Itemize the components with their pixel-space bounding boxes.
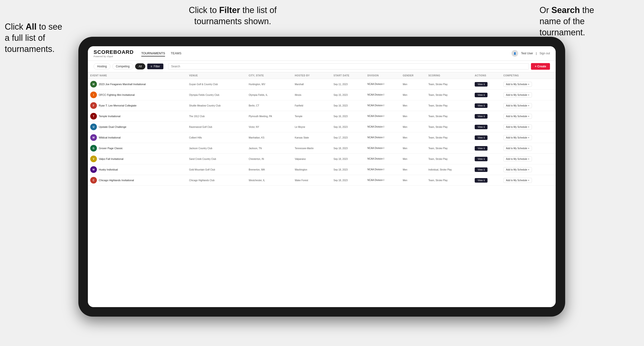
add-to-schedule-button[interactable]: Add to My Schedule + xyxy=(504,82,532,87)
actions-cell: View ℹ xyxy=(472,132,501,143)
actions-cell: View ℹ xyxy=(472,111,501,122)
view-button[interactable]: View ℹ xyxy=(475,103,488,108)
event-name-text: Chicago Highlands Invitational xyxy=(99,178,134,182)
division-cell: NCAA Division I xyxy=(365,122,400,132)
scoring-cell: Team, Stroke Play xyxy=(426,143,472,154)
view-button[interactable]: View ℹ xyxy=(475,82,488,87)
search-input[interactable] xyxy=(168,63,529,69)
team-logo: I xyxy=(90,92,97,98)
actions-cell: View ℹ xyxy=(472,164,501,175)
city-state-cell: Jackson, TN xyxy=(246,143,292,154)
add-to-schedule-button[interactable]: Add to My Schedule + xyxy=(504,135,532,140)
scoring-cell: Team, Stroke Play xyxy=(426,90,472,100)
app-header: SCOREBOARD Powered by clippd TOURNAMENTS… xyxy=(88,46,556,61)
gender-cell: Men xyxy=(400,79,426,90)
info-icon: ℹ xyxy=(484,158,485,160)
team-logo: W xyxy=(90,166,97,173)
event-name-cell: T Temple Invitational xyxy=(88,111,187,122)
tournaments-table-area: EVENT NAME VENUE CITY, STATE HOSTED BY S… xyxy=(88,72,556,307)
nav-tab-teams[interactable]: TEAMS xyxy=(171,50,182,56)
hosting-filter-btn[interactable]: Hosting xyxy=(94,63,110,69)
view-button[interactable]: View ℹ xyxy=(475,157,488,161)
add-to-schedule-button[interactable]: Add to My Schedule + xyxy=(504,114,532,119)
scoring-cell: Team, Stroke Play xyxy=(426,100,472,111)
create-button[interactable]: + Create xyxy=(531,63,550,70)
table-header-row: EVENT NAME VENUE CITY, STATE HOSTED BY S… xyxy=(88,72,556,79)
hosted-by-cell: Kansas State xyxy=(292,132,331,143)
division-cell: NCAA Division I xyxy=(365,154,400,164)
view-button[interactable]: View ℹ xyxy=(475,178,488,182)
gender-cell: Men xyxy=(400,143,426,154)
event-name-text: OFCC Fighting Illini Invitational xyxy=(99,93,135,97)
competing-cell: Add to My Schedule + xyxy=(501,100,556,111)
event-name-cell: I OFCC Fighting Illini Invitational xyxy=(88,90,187,100)
competing-cell: Add to My Schedule + xyxy=(501,154,556,164)
add-to-schedule-button[interactable]: Add to My Schedule + xyxy=(504,178,532,183)
filter-icon: ≡ xyxy=(150,65,152,68)
venue-cell: Chicago Highlands Club xyxy=(187,175,246,186)
view-button[interactable]: View ℹ xyxy=(475,135,488,140)
tablet-frame: SCOREBOARD Powered by clippd TOURNAMENTS… xyxy=(78,37,565,317)
event-name-cell: W Wildcat Invitational xyxy=(88,132,187,143)
tournaments-table: EVENT NAME VENUE CITY, STATE HOSTED BY S… xyxy=(88,72,556,186)
competing-cell: Add to My Schedule + xyxy=(501,164,556,175)
scoring-cell: Team, Stroke Play xyxy=(426,175,472,186)
add-to-schedule-button[interactable]: Add to My Schedule + xyxy=(504,157,532,162)
event-name-text: Ryan T. Lee Memorial Collegiate xyxy=(99,104,136,107)
col-competing: COMPETING xyxy=(501,72,556,79)
event-name-cell: C Chicago Highlands Invitational xyxy=(88,175,187,186)
view-button[interactable]: View ℹ xyxy=(475,146,488,151)
add-to-schedule-button[interactable]: Add to My Schedule + xyxy=(504,103,532,108)
actions-cell: View ℹ xyxy=(472,175,501,186)
view-button[interactable]: View ℹ xyxy=(475,93,488,97)
city-state-cell: Manhattan, KS xyxy=(246,132,292,143)
view-button[interactable]: View ℹ xyxy=(475,114,488,119)
add-to-schedule-button[interactable]: Add to My Schedule + xyxy=(504,92,532,97)
col-hosted-by: HOSTED BY xyxy=(292,72,331,79)
hosted-by-cell: Wake Forest xyxy=(292,175,331,186)
actions-cell: View ℹ xyxy=(472,143,501,154)
sign-out-link[interactable]: Sign out xyxy=(540,52,550,55)
hosted-by-cell: Illinois xyxy=(292,90,331,100)
col-start-date: START DATE xyxy=(331,72,365,79)
info-icon: ℹ xyxy=(484,147,485,150)
col-event-name: EVENT NAME xyxy=(88,72,187,79)
start-date-cell: Sep 11, 2023 xyxy=(331,79,365,90)
scoring-cell: Team, Stroke Play xyxy=(426,122,472,132)
add-to-schedule-button[interactable]: Add to My Schedule + xyxy=(504,146,532,151)
info-icon: ℹ xyxy=(484,168,485,171)
competing-cell: Add to My Schedule + xyxy=(501,122,556,132)
info-icon: ℹ xyxy=(484,136,485,139)
event-name-cell: V Valpo Fall Invitational xyxy=(88,154,187,164)
logo-area: SCOREBOARD Powered by clippd xyxy=(94,49,134,58)
event-name-text: Grover Page Classic xyxy=(99,147,123,150)
division-cell: NCAA Division I xyxy=(365,100,400,111)
competing-filter-btn[interactable]: Competing xyxy=(112,63,133,69)
competing-cell: Add to My Schedule + xyxy=(501,111,556,122)
venue-cell: The 1912 Club xyxy=(187,111,246,122)
all-filter-btn[interactable]: All xyxy=(135,63,145,69)
annotation-top-center: Click to Filter the list oftournaments s… xyxy=(162,5,304,27)
team-logo: W xyxy=(90,134,97,141)
table-row: C Chicago Highlands Invitational Chicago… xyxy=(88,175,556,186)
add-to-schedule-button[interactable]: Add to My Schedule + xyxy=(504,167,532,172)
view-button[interactable]: View ℹ xyxy=(475,125,488,129)
team-logo: V xyxy=(90,156,97,162)
team-logo: M xyxy=(90,81,97,88)
event-name-cell: G Grover Page Classic xyxy=(88,143,187,154)
nav-tab-tournaments[interactable]: TOURNAMENTS xyxy=(141,50,165,56)
event-name-text: Temple Invitational xyxy=(99,115,120,118)
view-button[interactable]: View ℹ xyxy=(475,168,488,172)
table-row: G Grover Page Classic Jackson Country Cl… xyxy=(88,143,556,154)
col-scoring: SCORING xyxy=(426,72,472,79)
city-state-cell: Berlin, CT xyxy=(246,100,292,111)
team-logo: F xyxy=(90,102,97,109)
gender-cell: Men xyxy=(400,90,426,100)
add-to-schedule-button[interactable]: Add to My Schedule + xyxy=(504,125,532,130)
filter-icon-btn[interactable]: ≡ Filter xyxy=(147,64,163,69)
start-date-cell: Sep 18, 2023 xyxy=(331,143,365,154)
gender-cell: Men xyxy=(400,122,426,132)
gender-cell: Men xyxy=(400,154,426,164)
venue-cell: Sand Creek Country Club xyxy=(187,154,246,164)
venue-cell: Olympia Fields Country Club xyxy=(187,90,246,100)
